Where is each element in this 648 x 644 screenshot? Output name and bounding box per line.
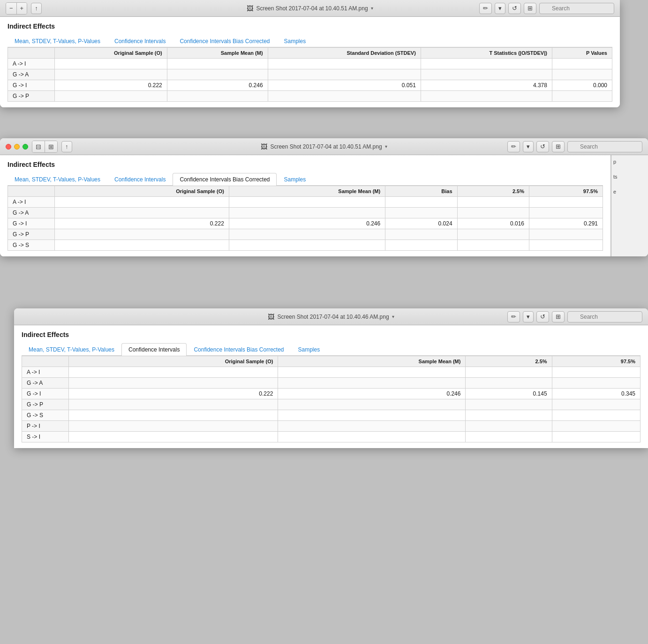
cell: 0.246: [229, 218, 385, 229]
row-label: G -> P: [22, 399, 69, 410]
cell: 4.378: [421, 80, 552, 91]
table-row: A -> I: [8, 59, 612, 69]
table-row: G -> P: [22, 399, 640, 410]
cell: [552, 378, 640, 389]
search-input-3[interactable]: [567, 311, 642, 322]
rotate-button-3[interactable]: ↺: [536, 311, 549, 322]
search-wrapper-3: 🔍: [567, 311, 642, 322]
tab-3-samples[interactable]: Samples: [291, 343, 327, 356]
tab-2-cibc[interactable]: Confidence Intervals Bias Corrected: [173, 173, 277, 186]
window-title-3: Screen Shot 2017-07-04 at 10.40.46 AM.pn…: [277, 314, 389, 320]
side-overflow-2: p ts e: [610, 155, 648, 256]
col-header-2-2: Sample Mean (M): [229, 186, 385, 197]
chevron-icon-3: ▾: [392, 314, 394, 319]
tab-3-ci[interactable]: Confidence Intervals: [121, 343, 187, 356]
zoom-in-button-1[interactable]: +: [17, 3, 27, 14]
table-row: G -> S: [8, 240, 603, 251]
col-header-1-4: T Statistics (|O/STDEV|): [421, 48, 552, 59]
share-button-1[interactable]: ↑: [31, 3, 42, 14]
tab-2-mean[interactable]: Mean, STDEV, T-Values, P-Values: [8, 173, 107, 186]
row-label: G -> P: [8, 229, 55, 240]
cell: [466, 432, 552, 442]
pen-button-3[interactable]: ✏: [507, 311, 520, 322]
window-1: − + ↑ 🖼 Screen Shot 2017-07-04 at 10.40.…: [0, 0, 620, 107]
cell: [278, 367, 466, 378]
cell: [229, 197, 385, 208]
title-bar-left-2: ⊟ ⊞ ↑: [6, 141, 72, 153]
cell: [421, 69, 552, 80]
pen-button-1[interactable]: ✏: [479, 3, 492, 14]
tabs-2: Mean, STDEV, T-Values, P-Values Confiden…: [8, 173, 603, 186]
tabs-1: Mean, STDEV, T-Values, P-Values Confiden…: [8, 35, 612, 47]
col-header-3-3: 2.5%: [466, 356, 552, 367]
title-tools-1: ✏ ▾ ↺ ⊞ 🔍: [479, 3, 614, 14]
tab-3-cibc[interactable]: Confidence Intervals Bias Corrected: [187, 343, 291, 356]
cell: [229, 208, 385, 218]
cell: 0.246: [278, 389, 466, 399]
col-header-3-4: 97.5%: [552, 356, 640, 367]
tab-1-mean[interactable]: Mean, STDEV, T-Values, P-Values: [8, 35, 107, 47]
zoom-group-2[interactable]: ⊟ ⊞: [32, 141, 58, 153]
cell: [69, 367, 278, 378]
chevron-btn-1[interactable]: ▾: [495, 3, 505, 14]
title-center-2: 🖼 Screen Shot 2017-07-04 at 10.40.51 AM.…: [261, 143, 387, 150]
cell: [385, 229, 457, 240]
title-bar-3: 🖼 Screen Shot 2017-07-04 at 10.40.46 AM.…: [14, 308, 648, 325]
cell: [278, 432, 466, 442]
tab-1-samples[interactable]: Samples: [277, 35, 313, 47]
zoom-out-button-1[interactable]: −: [6, 3, 17, 14]
cell: [55, 91, 167, 102]
cell: [278, 410, 466, 421]
tools-button-3[interactable]: ⊞: [552, 311, 565, 322]
col-header-1-0: [8, 48, 55, 59]
table-row: G -> A: [8, 208, 603, 218]
row-label: G -> I: [8, 218, 55, 229]
cell: [385, 208, 457, 218]
zoom-group-1[interactable]: − +: [6, 2, 27, 15]
minimize-button-2[interactable]: [14, 144, 20, 150]
search-input-2[interactable]: [567, 141, 642, 152]
maximize-button-2[interactable]: [23, 144, 28, 150]
rotate-button-2[interactable]: ↺: [536, 141, 549, 152]
cell: [55, 229, 229, 240]
cell: [278, 399, 466, 410]
cell: [529, 208, 603, 218]
tab-2-samples[interactable]: Samples: [277, 173, 313, 186]
chevron-btn-2[interactable]: ▾: [523, 141, 534, 152]
cell: [421, 91, 552, 102]
cell: [529, 197, 603, 208]
tab-3-mean[interactable]: Mean, STDEV, T-Values, P-Values: [22, 343, 121, 356]
col-header-1-2: Sample Mean (M): [167, 48, 268, 59]
close-button-2[interactable]: [6, 144, 11, 150]
tools-button-2[interactable]: ⊞: [552, 141, 565, 152]
tab-1-cibc[interactable]: Confidence Intervals Bias Corrected: [173, 35, 277, 47]
col-header-2-4: 2.5%: [457, 186, 529, 197]
col-header-3-1: Original Sample (O): [69, 356, 278, 367]
tab-1-ci[interactable]: Confidence Intervals: [107, 35, 173, 47]
zoom-in-button-2[interactable]: ⊞: [45, 141, 57, 152]
title-bar-2: ⊟ ⊞ ↑ 🖼 Screen Shot 2017-07-04 at 10.40.…: [0, 138, 648, 155]
title-center-1: 🖼 Screen Shot 2017-07-04 at 10.40.51 AM.…: [247, 5, 373, 12]
title-center-3: 🖼 Screen Shot 2017-07-04 at 10.40.46 AM.…: [268, 313, 394, 321]
cell: [552, 410, 640, 421]
cell: [552, 399, 640, 410]
table-row: S -> I: [22, 432, 640, 442]
doc-icon-1: 🖼: [247, 5, 253, 12]
window-2: ⊟ ⊞ ↑ 🖼 Screen Shot 2017-07-04 at 10.40.…: [0, 138, 648, 256]
search-input-1[interactable]: [539, 3, 614, 14]
tools-button-1[interactable]: ⊞: [524, 3, 536, 14]
cell: [457, 240, 529, 251]
row-label: A -> I: [8, 59, 55, 69]
overflow-label-e: e: [613, 189, 646, 195]
title-bar-left-1: − + ↑: [6, 2, 42, 15]
overflow-label-ts: ts: [613, 174, 646, 180]
zoom-out-button-2[interactable]: ⊟: [32, 141, 45, 152]
chevron-btn-3[interactable]: ▾: [523, 311, 534, 322]
tab-2-ci[interactable]: Confidence Intervals: [107, 173, 173, 186]
cell: [278, 378, 466, 389]
rotate-button-1[interactable]: ↺: [508, 3, 521, 14]
cell: [457, 208, 529, 218]
share-button-2[interactable]: ↑: [61, 141, 72, 152]
pen-button-2[interactable]: ✏: [507, 141, 520, 152]
page-wrapper: − + ↑ 🖼 Screen Shot 2017-07-04 at 10.40.…: [0, 0, 648, 644]
